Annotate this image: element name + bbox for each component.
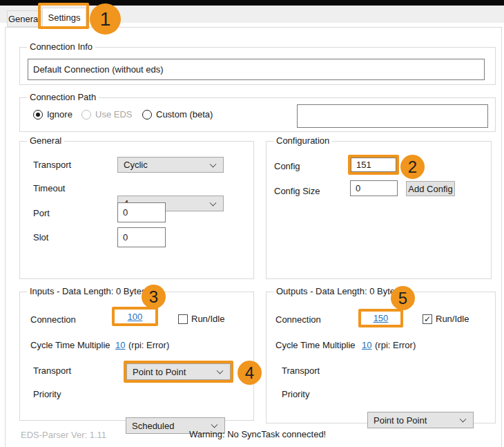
inputs-run-idle-checkbox-row[interactable]: Run/Idle (178, 314, 224, 324)
config-size-input[interactable] (350, 180, 398, 196)
outputs-priority-label: Priority (282, 389, 309, 399)
chevron-down-icon (460, 416, 467, 423)
chevron-down-icon (211, 421, 218, 428)
inputs-priority-value: Scheduled (132, 421, 174, 431)
step-badge-3: 3 (142, 285, 166, 309)
general-transport-dropdown[interactable]: Cyclic (117, 157, 224, 173)
eds-parser-version: EDS-Parser Ver: 1.11 (21, 430, 106, 440)
inputs-run-idle-checkbox[interactable] (178, 314, 188, 324)
connection-info-title: Connection Info (27, 41, 95, 52)
port-label: Port (33, 208, 50, 218)
custom-path-input[interactable] (297, 104, 488, 128)
chevron-down-icon (217, 368, 224, 374)
inputs-run-idle-label: Run/Idle (191, 314, 224, 324)
radio-custom-beta-icon (142, 110, 152, 120)
step-badge-2: 2 (400, 155, 425, 179)
step-badge-2-number: 2 (408, 158, 417, 177)
add-config-button-label: Add Config (408, 184, 452, 194)
slot-input[interactable] (117, 227, 166, 247)
inputs-ctm-link[interactable]: 10 (115, 340, 125, 350)
general-transport-value: Cyclic (124, 160, 148, 170)
outputs-run-idle-checkbox[interactable]: ✓ (423, 314, 432, 324)
inputs-ctm-label: Cycle Time Multiplie (30, 340, 110, 350)
step-badge-5-number: 5 (398, 289, 407, 308)
highlight-settings-tab (38, 3, 89, 29)
inputs-group-title: Inputs - Data Length: 0 Bytes (27, 286, 148, 296)
inputs-transport-dropdown[interactable]: Point to Point (126, 363, 231, 380)
highlight-inputs-connection: 100 (112, 307, 158, 326)
radio-use-eds-icon (81, 110, 91, 120)
inputs-priority-label: Priority (33, 389, 61, 399)
outputs-transport-label: Transport (282, 365, 320, 376)
configuration-group-title: Configuration (273, 135, 332, 146)
chevron-down-icon (210, 199, 217, 206)
outputs-transport-dropdown[interactable]: Point to Point (367, 412, 474, 428)
radio-ignore-label: Ignore (47, 109, 72, 120)
transport-label: Transport (33, 160, 71, 170)
outputs-ctm-link[interactable]: 10 (362, 340, 371, 350)
tab-general-label: General (8, 14, 40, 24)
connection-name-input[interactable] (28, 59, 485, 80)
chevron-down-icon (210, 160, 217, 167)
highlight-config-input (348, 155, 399, 175)
step-badge-3-number: 3 (149, 287, 158, 307)
step-badge-1-number: 1 (100, 8, 111, 30)
settings-window: General Settings 1 Connection Info Conne… (0, 0, 504, 447)
highlight-outputs-connection: 150 (358, 309, 403, 327)
radio-use-eds-label: Use EDS (95, 109, 132, 120)
inputs-connection-label: Connection (30, 314, 76, 325)
general-group-title: General (27, 135, 64, 146)
radio-use-eds: Use EDS (81, 109, 132, 120)
add-config-button[interactable]: Add Config (406, 181, 455, 196)
step-badge-5: 5 (391, 286, 415, 310)
synctask-warning: Warning: No SyncTask connected! (189, 429, 326, 439)
step-badge-4-number: 4 (245, 363, 254, 383)
tab-general[interactable]: General (7, 10, 41, 27)
radio-custom-beta-label: Custom (beta) (156, 109, 213, 120)
radio-ignore-icon (33, 110, 43, 120)
outputs-ctm-label: Cycle Time Multiplie (275, 340, 356, 350)
outputs-transport-value: Point to Point (374, 415, 427, 426)
radio-ignore[interactable]: Ignore (33, 109, 72, 120)
slot-label: Slot (33, 232, 48, 242)
outputs-connection-link[interactable]: 150 (374, 313, 389, 323)
highlight-inputs-transport: Point to Point (124, 361, 233, 383)
step-badge-1: 1 (90, 3, 121, 35)
outputs-run-idle-label: Run/Idle (436, 314, 469, 324)
inputs-connection-link[interactable]: 100 (128, 312, 143, 322)
timeout-label: Timeout (33, 183, 65, 193)
inputs-ctm-note: (rpi: Error) (128, 340, 169, 350)
outputs-connection-label: Connection (275, 314, 321, 325)
check-icon: ✓ (424, 315, 431, 323)
inputs-transport-label: Transport (33, 365, 71, 376)
config-input[interactable] (351, 158, 396, 172)
outputs-run-idle-checkbox-row[interactable]: ✓ Run/Idle (423, 314, 469, 324)
config-size-label: Config Size (274, 186, 320, 196)
inputs-transport-value: Point to Point (133, 367, 186, 377)
step-badge-4: 4 (238, 361, 262, 385)
radio-custom-beta[interactable]: Custom (beta) (142, 109, 213, 120)
config-label: Config (274, 161, 300, 171)
port-input[interactable] (117, 202, 166, 222)
outputs-ctm-note: (rpi: Error) (375, 340, 416, 350)
connection-path-title: Connection Path (27, 92, 99, 102)
outputs-group-title: Outputs - Data Length: 0 Bytes (273, 286, 403, 296)
